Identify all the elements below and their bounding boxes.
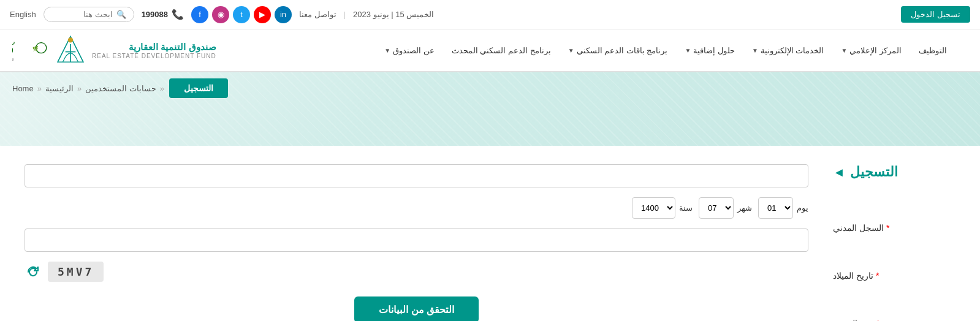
required-star2: * — [876, 271, 879, 281]
civil-id-label: * السجل المدني — [833, 223, 955, 233]
phone-icon: 📞 — [172, 9, 184, 20]
year-select[interactable]: 1400 — [632, 197, 675, 219]
search-input[interactable] — [51, 10, 113, 19]
year-label: سنة — [679, 203, 693, 213]
date-label: الخميس 15 | يونيو 2023 — [353, 10, 434, 19]
phone-section: 📞 199088 — [142, 9, 184, 20]
search-box[interactable]: 🔍 — [44, 7, 134, 22]
svg-point-3 — [68, 37, 73, 42]
nav-item-about[interactable]: عن الصندوق ▼ — [376, 41, 443, 60]
captcha-input[interactable] — [25, 228, 808, 252]
linkedin-icon[interactable]: in — [275, 6, 292, 23]
nav-label-employment: التوظيف — [919, 46, 947, 55]
submit-button[interactable]: التحقق من البيانات — [354, 296, 479, 321]
breadcrumb-main[interactable]: الرئيسية — [45, 84, 74, 93]
top-bar-right: الخميس 15 | يونيو 2023 | تواصل معنا in ▶… — [10, 6, 434, 23]
labels-section: التسجيل ◄ * السجل المدني * تاريخ الميلاد… — [833, 164, 955, 321]
logo-text: صندوق التنمية العقارية REAL ESTATE DEVEL… — [92, 42, 216, 59]
nav-item-eservices[interactable]: الخدمات الإلكترونية ▼ — [743, 41, 833, 60]
date-row: 1400 سنة 07 شهر 01 يوم — [25, 197, 808, 219]
hero-area: التسجيل « حسابات المستخدمين « الرئيسية «… — [0, 72, 980, 146]
main-nav: التوظيف المركز الإعلامي ▼ الخدمات الإلكت… — [0, 29, 980, 72]
required-star3: * — [876, 319, 879, 321]
form-section: 1400 سنة 07 شهر 01 يوم 5MV7 — [25, 164, 808, 321]
month-group: 07 شهر — [699, 197, 752, 219]
day-label: يوم — [797, 203, 808, 213]
social-icons: in ▶ t ◉ f — [191, 6, 292, 23]
required-star: * — [886, 223, 889, 233]
svg-text:رؤية: رؤية — [12, 39, 15, 45]
redf-logo-icon — [55, 34, 86, 67]
breadcrumb-separator2: « — [77, 84, 82, 93]
login-button[interactable]: تسجيل الدخول — [901, 6, 970, 23]
section-title-marker: ◄ — [833, 165, 845, 179]
top-bar-left: تسجيل الدخول — [901, 6, 970, 23]
captcha-row: 5MV7 — [25, 262, 808, 282]
search-icon: 🔍 — [116, 10, 126, 19]
breadcrumb-home[interactable]: Home — [12, 84, 34, 93]
breadcrumb-bar: التسجيل « حسابات المستخدمين « الرئيسية «… — [0, 72, 980, 104]
facebook-icon[interactable]: f — [191, 6, 208, 23]
chevron-down-icon: ▼ — [568, 47, 574, 54]
breadcrumb-separator3: « — [37, 84, 42, 93]
vision2030-logo: رؤية 2030 المملكة العربية السعودية 🌿 — [12, 32, 49, 69]
nav-label-extra: حلول إضافية — [693, 46, 735, 55]
breadcrumb-separator: « — [160, 84, 164, 93]
captcha-label: * رمز التحقق — [833, 319, 955, 321]
nav-label-eservices: الخدمات الإلكترونية — [761, 46, 824, 55]
content-area: التسجيل ◄ * السجل المدني * تاريخ الميلاد… — [0, 146, 980, 321]
nav-label-program: برنامج الدعم السكني المحدث — [452, 46, 551, 55]
nav-label-media: المركز الإعلامي — [849, 46, 902, 55]
month-label: شهر — [737, 203, 752, 213]
instagram-icon[interactable]: ◉ — [212, 6, 229, 23]
nav-item-extra[interactable]: حلول إضافية ▼ — [676, 41, 743, 60]
day-select[interactable]: 01 — [758, 197, 793, 219]
chevron-down-icon: ▼ — [685, 47, 691, 54]
logo-name-arabic: صندوق التنمية العقارية — [92, 42, 216, 53]
svg-text:المملكة العربية السعودية: المملكة العربية السعودية — [12, 58, 14, 62]
month-select[interactable]: 07 — [699, 197, 734, 219]
chevron-down-icon: ▼ — [384, 47, 390, 54]
birth-date-label: * تاريخ الميلاد — [833, 271, 955, 281]
nav-item-employment[interactable]: التوظيف — [910, 41, 955, 60]
year-group: 1400 سنة — [632, 197, 693, 219]
youtube-icon[interactable]: ▶ — [254, 6, 271, 23]
logo-name-english: REAL ESTATE DEVELOPMENT FUND — [92, 53, 216, 59]
nav-item-packages[interactable]: برنامج باقات الدعم السكني ▼ — [560, 41, 677, 60]
nav-menu: التوظيف المركز الإعلامي ▼ الخدمات الإلكت… — [216, 41, 968, 60]
svg-text:🌿: 🌿 — [32, 45, 39, 51]
contact-label: تواصل معنا — [299, 10, 336, 19]
civil-id-input[interactable] — [25, 164, 808, 187]
top-bar: تسجيل الدخول الخميس 15 | يونيو 2023 | تو… — [0, 0, 980, 29]
register-hero-button[interactable]: التسجيل — [169, 78, 228, 98]
nav-item-media[interactable]: المركز الإعلامي ▼ — [832, 41, 910, 60]
phone-number: 199088 — [142, 10, 168, 19]
twitter-icon[interactable]: t — [233, 6, 250, 23]
svg-text:2030: 2030 — [12, 46, 13, 55]
day-group: 01 يوم — [758, 197, 808, 219]
logo-area: صندوق التنمية العقارية REAL ESTATE DEVEL… — [12, 32, 216, 69]
refresh-captcha-button[interactable] — [25, 263, 42, 281]
section-title: التسجيل ◄ — [833, 164, 955, 180]
captcha-code: 5MV7 — [48, 262, 104, 282]
nav-label-packages: برنامج باقات الدعم السكني — [577, 46, 668, 55]
breadcrumb-users[interactable]: حسابات المستخدمين — [85, 84, 156, 93]
chevron-down-icon: ▼ — [752, 47, 758, 54]
nav-label-about: عن الصندوق — [393, 46, 435, 55]
language-button[interactable]: English — [10, 10, 36, 19]
nav-item-program[interactable]: برنامج الدعم السكني المحدث — [443, 41, 560, 60]
breadcrumb: « حسابات المستخدمين « الرئيسية « Home — [12, 84, 164, 93]
chevron-down-icon: ▼ — [841, 47, 847, 54]
